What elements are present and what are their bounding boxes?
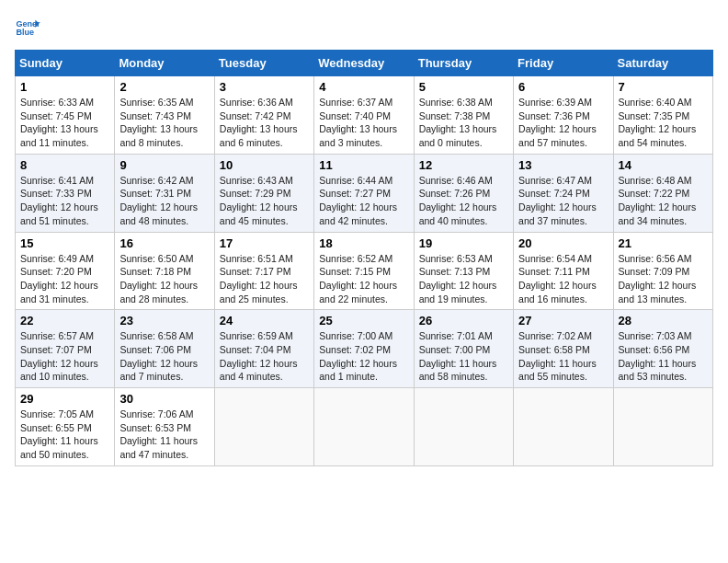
calendar-cell: 23Sunrise: 6:58 AM Sunset: 7:06 PM Dayli… [115, 310, 214, 388]
calendar-cell: 24Sunrise: 6:59 AM Sunset: 7:04 PM Dayli… [214, 310, 313, 388]
day-info: Sunrise: 6:33 AM Sunset: 7:45 PM Dayligh… [20, 96, 109, 150]
calendar-cell: 5Sunrise: 6:38 AM Sunset: 7:38 PM Daylig… [414, 76, 513, 155]
calendar-cell: 28Sunrise: 7:03 AM Sunset: 6:56 PM Dayli… [613, 310, 712, 388]
calendar-cell: 17Sunrise: 6:51 AM Sunset: 7:17 PM Dayli… [214, 232, 313, 310]
day-info: Sunrise: 6:47 AM Sunset: 7:24 PM Dayligh… [518, 174, 608, 228]
calendar-cell: 22Sunrise: 6:57 AM Sunset: 7:07 PM Dayli… [16, 310, 115, 388]
day-number: 23 [119, 314, 209, 327]
day-info: Sunrise: 6:42 AM Sunset: 7:31 PM Dayligh… [119, 174, 209, 228]
day-info: Sunrise: 6:46 AM Sunset: 7:26 PM Dayligh… [419, 174, 508, 228]
day-number: 7 [619, 80, 708, 94]
day-number: 3 [220, 80, 309, 94]
calendar-cell: 14Sunrise: 6:48 AM Sunset: 7:22 PM Dayli… [613, 154, 712, 232]
day-info: Sunrise: 6:56 AM Sunset: 7:09 PM Dayligh… [619, 252, 708, 306]
calendar-cell: 6Sunrise: 6:39 AM Sunset: 7:36 PM Daylig… [514, 76, 613, 155]
day-info: Sunrise: 7:00 AM Sunset: 7:02 PM Dayligh… [319, 329, 408, 384]
day-number: 30 [119, 392, 209, 406]
day-number: 27 [518, 314, 608, 327]
logo: General Blue [15, 15, 44, 40]
day-info: Sunrise: 6:44 AM Sunset: 7:27 PM Dayligh… [319, 174, 408, 228]
logo-icon: General Blue [15, 15, 40, 40]
calendar-cell: 1Sunrise: 6:33 AM Sunset: 7:45 PM Daylig… [16, 76, 115, 155]
day-number: 5 [419, 80, 508, 94]
day-number: 18 [319, 236, 408, 250]
day-number: 22 [20, 314, 109, 327]
calendar-cell: 7Sunrise: 6:40 AM Sunset: 7:35 PM Daylig… [613, 76, 712, 155]
day-number: 1 [20, 80, 109, 94]
day-number: 24 [220, 314, 309, 327]
day-info: Sunrise: 6:58 AM Sunset: 7:06 PM Dayligh… [119, 329, 209, 384]
day-number: 13 [518, 158, 608, 172]
calendar-week-row: 1Sunrise: 6:33 AM Sunset: 7:45 PM Daylig… [16, 76, 713, 155]
day-number: 15 [20, 236, 109, 250]
calendar-cell: 30Sunrise: 7:06 AM Sunset: 6:53 PM Dayli… [115, 388, 214, 466]
day-info: Sunrise: 6:40 AM Sunset: 7:35 PM Dayligh… [619, 96, 708, 150]
day-info: Sunrise: 7:06 AM Sunset: 6:53 PM Dayligh… [119, 408, 209, 462]
calendar-cell: 21Sunrise: 6:56 AM Sunset: 7:09 PM Dayli… [613, 232, 712, 310]
day-number: 20 [518, 236, 608, 250]
calendar-cell: 2Sunrise: 6:35 AM Sunset: 7:43 PM Daylig… [115, 76, 214, 155]
day-number: 14 [619, 158, 708, 172]
day-number: 21 [619, 236, 708, 250]
calendar-cell [414, 388, 513, 466]
day-number: 25 [319, 314, 408, 327]
calendar-table: SundayMondayTuesdayWednesdayThursdayFrid… [15, 50, 713, 466]
day-info: Sunrise: 6:57 AM Sunset: 7:07 PM Dayligh… [20, 329, 109, 384]
day-number: 2 [119, 80, 209, 94]
calendar-cell: 11Sunrise: 6:44 AM Sunset: 7:27 PM Dayli… [314, 154, 414, 232]
day-of-week-header: Wednesday [314, 51, 414, 76]
calendar-cell [214, 388, 313, 466]
calendar-cell: 15Sunrise: 6:49 AM Sunset: 7:20 PM Dayli… [16, 232, 115, 310]
calendar-cell: 13Sunrise: 6:47 AM Sunset: 7:24 PM Dayli… [514, 154, 613, 232]
calendar-week-row: 29Sunrise: 7:05 AM Sunset: 6:55 PM Dayli… [16, 388, 713, 466]
day-number: 26 [419, 314, 508, 327]
day-info: Sunrise: 6:39 AM Sunset: 7:36 PM Dayligh… [518, 96, 608, 150]
day-number: 8 [20, 158, 109, 172]
day-of-week-header: Tuesday [214, 51, 313, 76]
day-number: 17 [220, 236, 309, 250]
calendar-cell: 19Sunrise: 6:53 AM Sunset: 7:13 PM Dayli… [414, 232, 513, 310]
calendar-cell: 25Sunrise: 7:00 AM Sunset: 7:02 PM Dayli… [314, 310, 414, 388]
calendar-cell: 29Sunrise: 7:05 AM Sunset: 6:55 PM Dayli… [16, 388, 115, 466]
calendar-cell: 16Sunrise: 6:50 AM Sunset: 7:18 PM Dayli… [115, 232, 214, 310]
calendar-cell [613, 388, 712, 466]
calendar-cell: 10Sunrise: 6:43 AM Sunset: 7:29 PM Dayli… [214, 154, 313, 232]
calendar-body: 1Sunrise: 6:33 AM Sunset: 7:45 PM Daylig… [16, 76, 713, 466]
days-of-week-row: SundayMondayTuesdayWednesdayThursdayFrid… [16, 51, 713, 76]
day-info: Sunrise: 7:02 AM Sunset: 6:58 PM Dayligh… [518, 329, 608, 384]
day-number: 12 [419, 158, 508, 172]
day-number: 9 [119, 158, 209, 172]
day-info: Sunrise: 6:38 AM Sunset: 7:38 PM Dayligh… [419, 96, 508, 150]
day-info: Sunrise: 6:52 AM Sunset: 7:15 PM Dayligh… [319, 252, 408, 306]
day-info: Sunrise: 7:05 AM Sunset: 6:55 PM Dayligh… [20, 408, 109, 462]
day-number: 28 [619, 314, 708, 327]
day-number: 19 [419, 236, 508, 250]
day-info: Sunrise: 6:37 AM Sunset: 7:40 PM Dayligh… [319, 96, 408, 150]
day-info: Sunrise: 6:53 AM Sunset: 7:13 PM Dayligh… [419, 252, 508, 306]
day-info: Sunrise: 6:49 AM Sunset: 7:20 PM Dayligh… [20, 252, 109, 306]
day-number: 11 [319, 158, 408, 172]
calendar-cell: 26Sunrise: 7:01 AM Sunset: 7:00 PM Dayli… [414, 310, 513, 388]
calendar-cell [314, 388, 414, 466]
calendar-cell [514, 388, 613, 466]
calendar-cell: 4Sunrise: 6:37 AM Sunset: 7:40 PM Daylig… [314, 76, 414, 155]
day-info: Sunrise: 6:41 AM Sunset: 7:33 PM Dayligh… [20, 174, 109, 228]
day-info: Sunrise: 6:36 AM Sunset: 7:42 PM Dayligh… [220, 96, 309, 150]
day-info: Sunrise: 6:54 AM Sunset: 7:11 PM Dayligh… [518, 252, 608, 306]
day-info: Sunrise: 6:51 AM Sunset: 7:17 PM Dayligh… [220, 252, 309, 306]
calendar-cell: 12Sunrise: 6:46 AM Sunset: 7:26 PM Dayli… [414, 154, 513, 232]
calendar-week-row: 22Sunrise: 6:57 AM Sunset: 7:07 PM Dayli… [16, 310, 713, 388]
page-header: General Blue [15, 15, 713, 40]
calendar-cell: 27Sunrise: 7:02 AM Sunset: 6:58 PM Dayli… [514, 310, 613, 388]
calendar-cell: 3Sunrise: 6:36 AM Sunset: 7:42 PM Daylig… [214, 76, 313, 155]
day-of-week-header: Monday [115, 51, 214, 76]
day-of-week-header: Thursday [414, 51, 513, 76]
day-number: 16 [119, 236, 209, 250]
calendar-week-row: 8Sunrise: 6:41 AM Sunset: 7:33 PM Daylig… [16, 154, 713, 232]
day-info: Sunrise: 6:59 AM Sunset: 7:04 PM Dayligh… [220, 329, 309, 384]
day-of-week-header: Friday [514, 51, 613, 76]
day-number: 29 [20, 392, 109, 406]
calendar-cell: 20Sunrise: 6:54 AM Sunset: 7:11 PM Dayli… [514, 232, 613, 310]
svg-text:Blue: Blue [16, 28, 34, 37]
day-info: Sunrise: 6:48 AM Sunset: 7:22 PM Dayligh… [619, 174, 708, 228]
